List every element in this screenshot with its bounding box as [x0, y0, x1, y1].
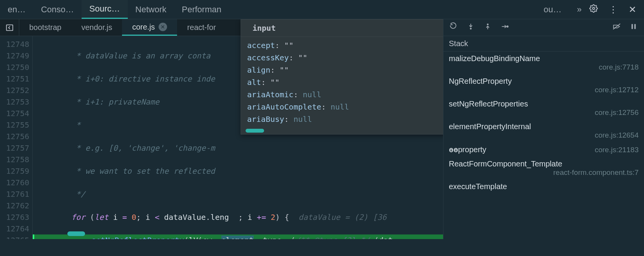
popup-title: input — [241, 20, 443, 37]
file-tab-label: core.js — [132, 23, 155, 32]
svg-rect-8 — [634, 24, 636, 29]
call-stack-list: malizeDebugBindingName core.js:7718 NgRe… — [443, 52, 644, 239]
stack-frame[interactable]: ReactFormComponent_Template react-form.c… — [443, 157, 644, 180]
close-icon[interactable]: ✕ — [629, 4, 636, 15]
line-number[interactable]: 12761 — [0, 188, 32, 200]
line-number[interactable]: 12763 — [0, 211, 32, 223]
property-row[interactable]: ariaAutoComplete: null — [247, 101, 443, 113]
stack-frame[interactable]: malizeDebugBindingName core.js:7718 — [443, 52, 644, 74]
line-number[interactable]: 12754 — [0, 108, 32, 119]
code-editor: bootstrap vendor.js core.js ✕ react-for … — [0, 19, 443, 239]
kebab-menu-icon[interactable]: ⋮ — [609, 4, 618, 15]
stack-frame[interactable]: ɵɵproperty core.js:21183 — [443, 142, 644, 157]
line-number[interactable]: 12756 — [0, 131, 32, 142]
code-line: for (let i = 0; i < dataValue.leng ; i +… — [33, 211, 443, 223]
panel-tab-more[interactable]: » — [569, 0, 589, 19]
horizontal-scrollbar[interactable] — [67, 231, 85, 236]
line-number-gutter[interactable]: 12748 12749 12750 12751 12752 12753 1275… — [0, 36, 33, 239]
deactivate-breakpoints-icon[interactable] — [612, 22, 621, 33]
popup-horizontal-scrollbar[interactable] — [246, 129, 264, 133]
property-row[interactable]: ariaBusy: null — [247, 113, 443, 125]
code-line: * e.g. [0, 'change', 'change-m — [33, 142, 443, 154]
file-tab-bootstrap[interactable]: bootstrap — [19, 19, 71, 36]
line-number[interactable]: 12758 — [0, 154, 32, 165]
devtools-panel-tabs: en… Conso… Sourc… Network Performan ou… … — [0, 0, 644, 19]
toggle-navigator-icon[interactable] — [0, 19, 19, 36]
call-stack-header[interactable]: Stack — [443, 36, 644, 52]
close-file-icon[interactable]: ✕ — [159, 23, 167, 31]
property-row[interactable]: accept: "" — [247, 39, 443, 52]
property-row[interactable]: accessKey: "" — [247, 52, 443, 64]
line-number[interactable]: 12760 — [0, 177, 32, 188]
file-tab-react-form[interactable]: react-for — [177, 19, 226, 36]
step-out-icon[interactable] — [500, 22, 509, 33]
stack-frame[interactable]: executeTemplate — [443, 180, 644, 194]
stack-frame[interactable]: setNgReflectProperties core.js:12756 — [443, 97, 644, 120]
code-line: */ — [33, 188, 443, 200]
line-number[interactable]: 12757 — [0, 142, 32, 154]
svg-rect-7 — [632, 24, 633, 29]
line-number[interactable]: 12752 — [0, 85, 32, 96]
code-line-current-execution: setNgReflectProperty(lView, element, typ… — [33, 234, 443, 239]
stack-frame[interactable]: NgReflectProperty core.js:12712 — [443, 74, 644, 97]
svg-point-0 — [592, 7, 595, 10]
code-line: * we want to set the reflected — [33, 165, 443, 177]
property-row[interactable]: align: "" — [247, 64, 443, 76]
line-number[interactable]: 12753 — [0, 96, 32, 108]
step-into-icon[interactable] — [483, 22, 492, 33]
line-number[interactable]: 12765 — [0, 234, 32, 239]
panel-tab-performance[interactable]: Performan — [174, 0, 229, 19]
selected-token: element — [221, 236, 254, 239]
debugger-toolbar — [443, 19, 644, 36]
step-over-icon[interactable] — [467, 22, 475, 33]
line-number[interactable]: 12749 — [0, 50, 32, 62]
pause-icon[interactable] — [629, 22, 638, 33]
svg-point-2 — [470, 28, 472, 30]
line-number[interactable]: 12750 — [0, 62, 32, 73]
property-row[interactable]: alt: "" — [247, 76, 443, 88]
object-inspector-popup: input accept: "" accessKey: "" align: ""… — [241, 19, 443, 135]
debugger-sidebar: Stack malizeDebugBindingName core.js:771… — [443, 19, 644, 239]
line-number[interactable]: 12748 — [0, 38, 32, 50]
stack-frame[interactable]: elementPropertyInternal core.js:12654 — [443, 120, 644, 142]
panel-tab-elements[interactable]: en… — [0, 0, 33, 19]
line-number[interactable]: 12751 — [0, 73, 32, 85]
svg-point-3 — [487, 23, 489, 25]
file-tab-core[interactable]: core.js ✕ — [122, 19, 177, 36]
line-number[interactable]: 12759 — [0, 165, 32, 177]
svg-rect-1 — [6, 25, 13, 30]
line-number[interactable]: 12755 — [0, 119, 32, 131]
svg-point-5 — [507, 26, 509, 27]
line-number[interactable]: 12764 — [0, 223, 32, 234]
panel-tab-sources[interactable]: Sourc… — [82, 0, 127, 19]
panel-tab-console[interactable]: Conso… — [33, 0, 82, 19]
line-number[interactable]: 12762 — [0, 200, 32, 211]
panel-tab-overflow-item[interactable]: ou… — [536, 0, 569, 19]
property-row[interactable]: ariaAtomic: null — [247, 88, 443, 101]
panel-tab-network[interactable]: Network — [128, 0, 174, 19]
resume-icon[interactable] — [450, 22, 458, 33]
file-tab-vendor[interactable]: vendor.js — [71, 19, 122, 36]
gear-icon[interactable] — [589, 4, 598, 15]
